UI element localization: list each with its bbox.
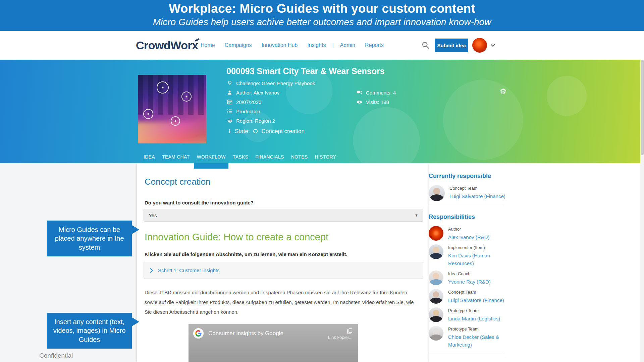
stat-visits-text: Visits: 198 <box>366 99 389 105</box>
meta-state: i State: Concept creation <box>227 128 315 134</box>
nav-item-campaigns[interactable]: Campaigns <box>225 42 252 48</box>
user-avatar[interactable] <box>472 38 487 53</box>
tab-financials[interactable]: FINANCIALS <box>255 154 284 163</box>
callout-micro-guides: Micro Guides can be placed anywhere in t… <box>47 221 132 256</box>
confidential-label: Confidential <box>39 352 73 359</box>
responsibility-role: Prototype Team <box>448 308 506 313</box>
navbar: CrowdWorx Home Campaigns Innovation Hub … <box>0 31 644 60</box>
tab-notes[interactable]: NOTES <box>291 154 308 163</box>
tab-team-chat[interactable]: TEAM CHAT <box>162 154 190 163</box>
accordion-step-1-label: Schritt 1: Customer insights <box>158 267 219 273</box>
slide-title: Workplace: Micro Guides with your custom… <box>0 0 644 16</box>
sidebar: Currently responsible Concept Team Luigi… <box>428 163 506 357</box>
responsibility-name-link[interactable]: Alex Ivanov (R&D) <box>448 233 506 241</box>
avatar <box>429 244 443 259</box>
meta-region: Region: Region 2 <box>227 118 315 123</box>
responsibility-item: Prototype Team Linda Martin (Logistics) <box>429 307 506 322</box>
google-logo-icon <box>193 328 204 339</box>
responsibility-item: Prototype Team Chloe Decker (Sales & Mar… <box>429 326 506 349</box>
sensor-ring-icon <box>171 116 180 126</box>
state-circle-icon <box>253 129 258 133</box>
responsibility-item: Idea Coach Yvonne Ray (R&D) <box>429 270 506 286</box>
responsibility-role: Prototype Team <box>448 326 506 331</box>
guide-instruction: Klicken Sie auf die folgenden Abschnitte… <box>145 251 423 257</box>
crowdworx-logo[interactable]: CrowdWorx <box>136 39 198 52</box>
idea-tabs: IDEA TEAM CHAT WORKFLOW TASKS FINANCIALS… <box>144 154 336 163</box>
meta-phase: Production <box>227 109 315 114</box>
meta-region-text: Region: Region 2 <box>236 118 275 124</box>
idea-meta: Challenge: Green Energy Playbook Author:… <box>227 80 315 138</box>
stat-comments-text: Comments: 4 <box>366 90 396 96</box>
responsibility-name-link[interactable]: Yvonne Ray (R&D) <box>448 278 506 286</box>
responsibilities-heading: Responsibilities <box>429 214 506 221</box>
comments-icon <box>357 90 362 96</box>
meta-challenge: Challenge: Green Energy Playbook <box>227 80 315 86</box>
guide-question-label: Do you want to consult the innovation gu… <box>145 200 423 205</box>
search-icon[interactable] <box>422 42 429 49</box>
idea-hero: 000093 Smart City Tear & Wear Sensors Ch… <box>0 60 644 163</box>
responsibility-name-link[interactable]: Kim Davis (Human Resources) <box>448 252 506 267</box>
state-label: State: <box>235 128 250 135</box>
workflow-card: Concept creation Do you want to consult … <box>137 163 428 362</box>
tab-history[interactable]: HISTORY <box>315 154 336 163</box>
callout-insert-content: Insert any content (text, videos, images… <box>47 313 132 349</box>
tab-idea[interactable]: IDEA <box>144 154 155 163</box>
nav-item-reports[interactable]: Reports <box>365 42 384 48</box>
nav-item-innovation-hub[interactable]: Innovation Hub <box>262 42 298 48</box>
workflow-step-heading: Concept creation <box>145 177 423 187</box>
callout-text: Micro Guides can be placed anywhere in t… <box>50 225 128 252</box>
sensor-ring-icon <box>181 92 192 102</box>
responsibility-role: Concept Team <box>448 290 506 295</box>
accordion-step-1[interactable]: Schritt 1: Customer insights <box>144 262 423 279</box>
divider <box>429 206 502 206</box>
tab-tasks[interactable]: TASKS <box>233 154 248 163</box>
scrollbar <box>640 60 644 362</box>
meta-author: Author: Alex Ivanov <box>227 90 315 95</box>
copy-link-button[interactable]: Link kopier... <box>328 328 353 340</box>
responsibility-item: Implementer (Item) Kim Davis (Human Reso… <box>429 244 506 267</box>
responsible-role: Concept Team <box>449 186 506 191</box>
responsibility-name-link[interactable]: Luigi Salvatore (Finance) <box>448 296 506 304</box>
calendar-icon <box>227 99 232 105</box>
responsibility-item: Concept Team Luigi Salvatore (Finance) <box>429 289 506 304</box>
nav-menu: Home Campaigns Innovation Hub Insights |… <box>201 31 384 60</box>
chevron-down-icon[interactable] <box>491 44 495 47</box>
guide-select-value: Yes <box>149 213 157 218</box>
video-header: Consumer Insights by Google Link kopier.… <box>189 324 358 340</box>
tab-workflow[interactable]: WORKFLOW <box>197 154 225 163</box>
responsible-item: Concept Team Luigi Salvatore (Finance) <box>429 185 506 201</box>
stat-comments: Comments: 4 <box>357 90 396 95</box>
submit-idea-button[interactable]: Submit idea <box>435 39 468 52</box>
globe-icon <box>227 118 232 124</box>
avatar <box>429 289 443 304</box>
callout-text: Insert any content (text, videos, images… <box>50 317 128 344</box>
nav-item-admin[interactable]: Admin <box>340 42 355 48</box>
stat-visits: Visits: 198 <box>357 99 396 105</box>
select-caret-icon: ▼ <box>415 213 418 217</box>
video-title: Consumer Insights by Google <box>208 330 328 337</box>
responsible-name-link[interactable]: Luigi Salvatore (Finance) <box>449 192 506 200</box>
responsibility-name-link[interactable]: Chloe Decker (Sales & Marketing) <box>448 333 506 349</box>
meta-date-text: 20/07/2020 <box>236 99 261 105</box>
currently-responsible-heading: Currently responsible <box>429 173 506 180</box>
meta-phase-text: Production <box>236 109 260 114</box>
settings-gear-icon[interactable]: ⚙ <box>500 88 506 95</box>
avatar <box>429 326 443 341</box>
scrollbar-thumb[interactable] <box>641 60 644 155</box>
responsibility-name-link[interactable]: Linda Martin (Logistics) <box>448 315 506 322</box>
slide-subtitle: Micro Guides help users achive better ou… <box>0 17 644 27</box>
info-icon: i <box>227 128 232 135</box>
divider <box>429 352 502 352</box>
list-icon <box>227 109 232 114</box>
nav-item-home[interactable]: Home <box>201 42 215 48</box>
nav-item-insights[interactable]: Insights <box>307 42 326 48</box>
eye-icon <box>357 99 362 105</box>
guide-select[interactable]: Yes ▼ <box>144 209 423 222</box>
guide-paragraph: Diese JTBD müssen gut durchdrungen werde… <box>145 288 421 317</box>
avatar <box>429 226 443 241</box>
sensor-ring-icon <box>143 109 153 119</box>
video-embed[interactable]: Consumer Insights by Google Link kopier.… <box>189 324 358 362</box>
callout-arrow-icon <box>131 225 139 234</box>
meta-author-text: Author: Alex Ivanov <box>236 90 279 96</box>
logo-text: CrowdWorx <box>136 39 198 52</box>
